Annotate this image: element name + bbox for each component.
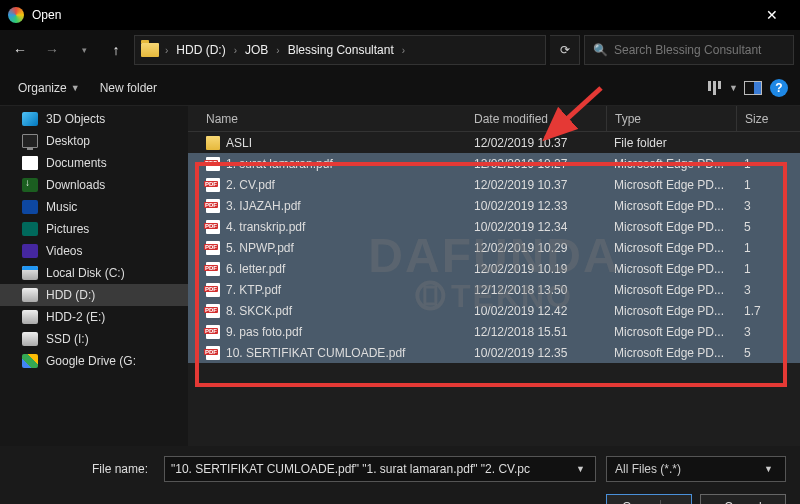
sidebar-item[interactable]: Music [0,196,188,218]
file-icon [206,157,220,171]
crumb-2[interactable]: Blessing Consultant [286,43,396,57]
new-folder-button[interactable]: New folder [92,77,165,99]
refresh-button[interactable]: ⟳ [550,35,580,65]
crumb-1[interactable]: JOB [243,43,270,57]
col-size[interactable]: Size [736,106,800,131]
file-type: Microsoft Edge PD... [606,262,736,276]
sidebar-item[interactable]: Pictures [0,218,188,240]
file-size: 5 [736,346,800,360]
chevron-down-icon[interactable]: ▼ [572,464,589,474]
table-row[interactable]: 2. CV.pdf12/02/2019 10.37Microsoft Edge … [188,174,800,195]
app-icon [8,7,24,23]
sidebar-item-label: SSD (I:) [46,332,89,346]
table-row[interactable]: 3. IJAZAH.pdf10/02/2019 12.33Microsoft E… [188,195,800,216]
file-type: Microsoft Edge PD... [606,283,736,297]
chevron-right-icon: › [163,45,170,56]
open-label: Open [622,500,651,504]
file-size: 1 [736,241,800,255]
help-button[interactable]: ? [768,77,790,99]
file-size: 1 [736,178,800,192]
sidebar-item[interactable]: Downloads [0,174,188,196]
table-row[interactable]: 1. surat lamaran.pdf12/02/2019 10.27Micr… [188,153,800,174]
col-type[interactable]: Type [606,106,736,131]
sidebar-item[interactable]: Local Disk (C:) [0,262,188,284]
sidebar-item[interactable]: Google Drive (G: [0,350,188,372]
sidebar-item-icon [22,134,38,148]
sidebar-item-label: 3D Objects [46,112,105,126]
file-icon [206,325,220,339]
nav-back-button[interactable]: ← [6,35,34,65]
toolbar: Organize ▼ New folder ▼ ? [0,70,800,106]
table-row[interactable]: 7. KTP.pdf12/12/2018 13.50Microsoft Edge… [188,279,800,300]
sidebar-item[interactable]: HDD-2 (E:) [0,306,188,328]
table-row[interactable]: 4. transkrip.pdf10/02/2019 12.34Microsof… [188,216,800,237]
view-icon [708,81,721,95]
close-button[interactable]: ✕ [752,7,792,23]
table-row[interactable]: 9. pas foto.pdf12/12/2018 15.51Microsoft… [188,321,800,342]
search-input[interactable] [614,43,785,57]
filename-label: File name: [14,462,154,476]
organize-button[interactable]: Organize ▼ [10,77,88,99]
nav-recent-button[interactable]: ▾ [70,35,98,65]
file-type: Microsoft Edge PD... [606,199,736,213]
sidebar-item-label: Pictures [46,222,89,236]
sidebar-item[interactable]: HDD (D:) [0,284,188,306]
crumb-0[interactable]: HDD (D:) [174,43,227,57]
table-row[interactable]: 10. SERTIFIKAT CUMLOADE.pdf10/02/2019 12… [188,342,800,363]
col-name[interactable]: Name [198,112,466,126]
file-size: 1 [736,262,800,276]
chevron-down-icon[interactable]: ▼ [729,83,738,93]
file-area: Name Date modified Type Size ASLI12/02/2… [188,106,800,446]
file-name: 2. CV.pdf [226,178,275,192]
sidebar-item[interactable]: SSD (I:) [0,328,188,350]
preview-pane-button[interactable] [742,77,764,99]
search-box[interactable]: 🔍 [584,35,794,65]
nav-up-button[interactable]: ↑ [102,35,130,65]
sidebar-item-label: Music [46,200,77,214]
sidebar-item[interactable]: 3D Objects [0,108,188,130]
file-name: 3. IJAZAH.pdf [226,199,301,213]
sidebar-item[interactable]: Videos [0,240,188,262]
window-title: Open [32,8,752,22]
file-date: 12/02/2019 10.37 [466,136,606,150]
sidebar-item-icon [22,266,38,280]
file-size: 5 [736,220,800,234]
file-name: 1. surat lamaran.pdf [226,157,333,171]
view-options-button[interactable] [703,77,725,99]
filename-combo[interactable]: ▼ [164,456,596,482]
table-row[interactable]: 8. SKCK.pdf10/02/2019 12.42Microsoft Edg… [188,300,800,321]
cancel-label: Cancel [724,500,761,504]
file-date: 12/02/2019 10.19 [466,262,606,276]
sidebar-item-label: HDD (D:) [46,288,95,302]
file-type: Microsoft Edge PD... [606,325,736,339]
open-button[interactable]: Open ▼ [606,494,692,504]
chevron-down-icon[interactable]: ▼ [760,464,777,474]
nav-forward-button[interactable]: → [38,35,66,65]
col-date[interactable]: Date modified [466,112,606,126]
sidebar-item-label: Videos [46,244,82,258]
sidebar-item-label: HDD-2 (E:) [46,310,105,324]
sidebar-item[interactable]: Documents [0,152,188,174]
sidebar-item-label: Downloads [46,178,105,192]
address-bar[interactable]: › HDD (D:) › JOB › Blessing Consultant › [134,35,546,65]
footer: File name: ▼ All Files (*.*) ▼ Open ▼ Ca… [0,446,800,504]
main-area: 3D ObjectsDesktopDocumentsDownloadsMusic… [0,106,800,446]
table-row[interactable]: ASLI12/02/2019 10.37File folder [188,132,800,153]
sidebar-item-icon [22,178,38,192]
sidebar-item-icon [22,222,38,236]
file-date: 10/02/2019 12.42 [466,304,606,318]
file-icon [206,283,220,297]
file-type: Microsoft Edge PD... [606,304,736,318]
file-name: 5. NPWP.pdf [226,241,294,255]
file-date: 10/02/2019 12.35 [466,346,606,360]
file-date: 10/02/2019 12.34 [466,220,606,234]
filter-combo[interactable]: All Files (*.*) ▼ [606,456,786,482]
table-row[interactable]: 6. letter.pdf12/02/2019 10.19Microsoft E… [188,258,800,279]
sidebar-item[interactable]: Desktop [0,130,188,152]
cancel-button[interactable]: Cancel [700,494,786,504]
table-row[interactable]: 5. NPWP.pdf12/02/2019 10.29Microsoft Edg… [188,237,800,258]
file-name: 9. pas foto.pdf [226,325,302,339]
sidebar-item-icon [22,332,38,346]
chevron-down-icon: ▼ [71,83,80,93]
filename-input[interactable] [171,462,572,476]
